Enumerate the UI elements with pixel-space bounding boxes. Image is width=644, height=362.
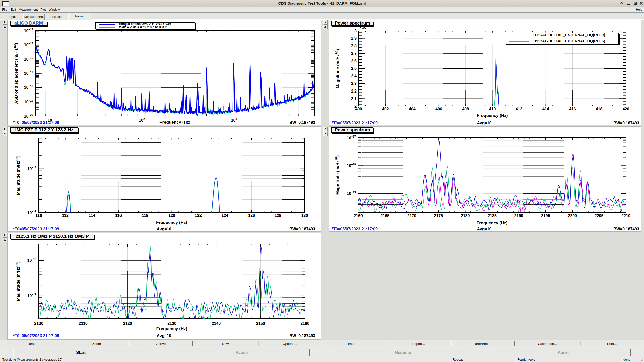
plot-title-text: aLIGO DARM — [14, 21, 43, 26]
plot-title-text: IMC PZT P 112.2 Y 123.3 Hz — [15, 127, 73, 133]
app-window: CDS Diagnostic Test Tools - H1_DARM_FOM.… — [0, 0, 644, 362]
toolbar-import-button[interactable]: Import... — [323, 341, 386, 346]
tab-excitation[interactable]: Excitation — [45, 14, 68, 20]
tick-label: 2210 — [621, 214, 630, 218]
toolbar-export-button[interactable]: Export... — [387, 341, 450, 346]
x-axis-label-power-spectrum-410: Frequency (Hz) — [477, 113, 508, 118]
tick-label: 120 — [168, 213, 175, 218]
toolbar-calibration-button[interactable]: Calibration... — [516, 341, 579, 346]
footer-bw-aligo-darm: BW=0.187493 — [285, 120, 315, 125]
plot-tspan: −16 — [28, 56, 33, 59]
start-button[interactable]: Start — [13, 349, 148, 356]
pause-button[interactable]: Pause — [174, 349, 310, 356]
plot-tspan: 10 — [139, 118, 143, 122]
tick-label: 10−19 — [27, 210, 36, 215]
plot-canvas-om1-om3: 210021102120213021402150216010−1810−19 — [7, 233, 321, 340]
footer-bw-power-spectrum-2175: BW=0.187493 — [609, 227, 639, 231]
toolbar-reference-button[interactable]: Reference... — [451, 341, 515, 346]
shade-window-button[interactable] — [619, 1, 624, 6]
tick-label: 2110 — [79, 321, 88, 326]
plot-tspan: 10 — [24, 114, 29, 118]
toolbar-new-button[interactable]: New — [194, 341, 257, 346]
footer-t0-power-spectrum-2175: *T0=05/07/2023 21:17:09 — [332, 227, 378, 231]
triangle-right-icon — [4, 128, 6, 130]
pan-right-button-power-spectrum-410[interactable] — [323, 20, 328, 25]
pan-up-button-om1-om3[interactable] — [3, 238, 7, 242]
x-axis-label-power-spectrum-2175: Frequency (Hz) — [477, 221, 508, 226]
toolbar-zoom-button[interactable]: Zoom — [65, 341, 128, 346]
tick-label: 2160 — [300, 321, 309, 326]
plot-tspan: −17 — [351, 135, 356, 138]
pan-up-button-power-spectrum-2175[interactable] — [323, 131, 328, 136]
status-repeat: Repeat — [451, 358, 517, 362]
footer-bw-imc-pzt: BW=0.187493 — [285, 227, 315, 231]
menu-measurement[interactable]: Measurement — [19, 8, 38, 11]
menu-window[interactable]: Window — [49, 8, 60, 11]
tick-label: 10−20 — [24, 113, 33, 118]
plot-canvas-power-spectrum-2175: 2160216521702175218021852190219522002205… — [329, 126, 641, 232]
footer-bw-power-spectrum-410: BW=0.187493 — [609, 121, 639, 125]
statusbar: Test done (Measurements 1 / Averages 10)… — [0, 357, 644, 362]
triangle-up-icon — [324, 26, 326, 28]
plot-title-imc-pzt: IMC PZT P 112.2 Y 123.3 Hz — [10, 127, 78, 133]
minimize-window-button[interactable] — [626, 1, 631, 6]
plot-title-aligo-darm: aLIGO DARM — [10, 21, 47, 26]
plot-title-power-spectrum-410: Power spectrum — [331, 21, 373, 26]
tick-label: 2165 — [381, 214, 390, 218]
pan-right-button-aligo-darm[interactable] — [3, 20, 7, 25]
toolbar-active-button[interactable]: Active — [129, 341, 193, 346]
tick-label: 2160 — [354, 214, 363, 218]
tick-label: 2175 — [434, 214, 443, 218]
series-aligo-darm — [35, 46, 314, 115]
resize-grip[interactable] — [640, 358, 644, 362]
y-label-pre: ASD of displacement (m/Hz — [14, 48, 19, 104]
resume-button[interactable]: Resume — [335, 349, 471, 356]
pan-right-button-power-spectrum-2175[interactable] — [323, 127, 328, 131]
x-axis-label-om1-om3: Frequency (Hz) — [156, 326, 187, 331]
maximize-window-button[interactable] — [633, 1, 638, 6]
pan-up-button-imc-pzt[interactable] — [3, 131, 7, 136]
toolbar-options-button[interactable]: Options... — [258, 341, 321, 346]
legend-line-sample — [509, 35, 529, 35]
y-label-pre: Magnitude (m/Hz — [335, 54, 340, 88]
toolbar-print-button[interactable]: Print... — [580, 341, 643, 346]
triangle-right-icon — [325, 21, 326, 23]
tab-result[interactable]: Result — [68, 13, 91, 20]
pan-right-button-om1-om3[interactable] — [3, 233, 7, 238]
pan-up-button-aligo-darm[interactable] — [3, 25, 7, 29]
legend-line-sample — [509, 41, 529, 42]
x-axis-label-aligo-darm: Frequency (Hz) — [159, 120, 190, 125]
tick-label: 2.6 — [351, 59, 357, 63]
pan-up-button-power-spectrum-410[interactable] — [323, 25, 328, 29]
grid-om1-om3 — [39, 244, 305, 319]
tick-label: 10−18 — [27, 166, 36, 171]
tick-label: 2.3 — [351, 81, 357, 86]
menu-file[interactable]: File — [2, 8, 7, 11]
menu-help[interactable]: Help — [636, 8, 642, 11]
tick-label: 402 — [382, 107, 389, 111]
tick-label: 114 — [89, 213, 95, 218]
menu-plot[interactable]: Plot — [40, 8, 46, 11]
tick-label: 103 — [231, 117, 237, 122]
tab-input[interactable]: Input — [2, 14, 23, 20]
plot-tspan: −18 — [351, 163, 356, 166]
toolbar-reset-button[interactable]: Reset — [1, 341, 64, 346]
window-title: CDS Diagnostic Test Tools - H1_DARM_FOM.… — [0, 1, 644, 5]
tick-label: 10−14 — [24, 28, 33, 33]
close-window-button[interactable] — [639, 1, 644, 6]
tick-label: 414 — [542, 107, 549, 111]
footer-t0-om1-om3: *T0=05/07/2023 21:17:09 — [13, 334, 59, 338]
abort-button[interactable]: Abort — [496, 349, 631, 356]
y-label-sup: 1/2 — [335, 50, 338, 54]
menu-edit[interactable]: Edit — [11, 8, 16, 11]
tick-label: 2185 — [488, 214, 497, 218]
tick-label: 2.4 — [351, 74, 357, 78]
plot-tspan: −18 — [32, 166, 36, 169]
pan-right-button-imc-pzt[interactable] — [3, 127, 7, 131]
tick-label: 10−16 — [24, 56, 33, 61]
tick-label: 404 — [409, 107, 416, 111]
footer-t0-power-spectrum-410: *T0=05/07/2023 21:17:09 — [332, 121, 378, 125]
tab-measurement[interactable]: Measurement — [23, 14, 45, 20]
tick-label: 2180 — [461, 214, 470, 218]
tick-label: 10−19 — [24, 99, 33, 104]
